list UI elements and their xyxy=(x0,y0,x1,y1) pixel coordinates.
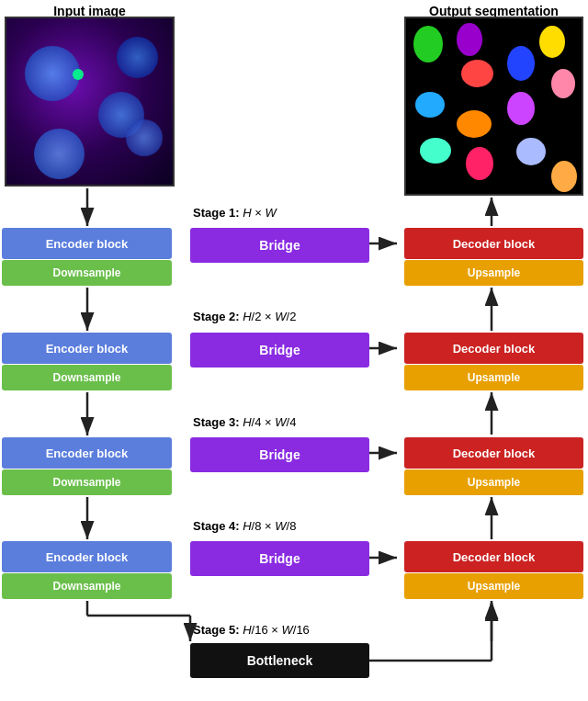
downsample-block-4: Downsample xyxy=(2,573,172,599)
downsample-block-2: Downsample xyxy=(2,365,172,390)
encoder-block-1: Encoder block xyxy=(2,228,172,259)
encoder-block-2: Encoder block xyxy=(2,333,172,364)
output-image xyxy=(404,17,583,196)
decoder-block-2: Decoder block xyxy=(404,333,583,364)
stage5-label: Stage 5: H/16 × W/16 xyxy=(193,623,310,637)
encoder-block-4: Encoder block xyxy=(2,541,172,572)
bottleneck-block: Bottleneck xyxy=(190,643,369,678)
downsample-block-1: Downsample xyxy=(2,260,172,286)
decoder-block-1: Decoder block xyxy=(404,228,583,259)
bridge-block-4: Bridge xyxy=(190,541,369,576)
input-image xyxy=(5,17,175,187)
diagram-container: Input image Output segmentation Stage 1:… xyxy=(0,0,588,701)
downsample-block-3: Downsample xyxy=(2,469,172,495)
stage1-label: Stage 1: H × W xyxy=(193,206,277,220)
stage4-label: Stage 4: H/8 × W/8 xyxy=(193,519,296,533)
stage2-label: Stage 2: H/2 × W/2 xyxy=(193,310,296,323)
decoder-block-3: Decoder block xyxy=(404,437,583,469)
stage3-label: Stage 3: H/4 × W/4 xyxy=(193,415,296,429)
decoder-block-4: Decoder block xyxy=(404,541,583,572)
upsample-block-1: Upsample xyxy=(404,260,583,286)
bridge-block-3: Bridge xyxy=(190,437,369,472)
upsample-block-4: Upsample xyxy=(404,573,583,599)
bridge-block-2: Bridge xyxy=(190,333,369,367)
bridge-block-1: Bridge xyxy=(190,228,369,263)
encoder-block-3: Encoder block xyxy=(2,437,172,469)
upsample-block-3: Upsample xyxy=(404,469,583,495)
upsample-block-2: Upsample xyxy=(404,365,583,390)
